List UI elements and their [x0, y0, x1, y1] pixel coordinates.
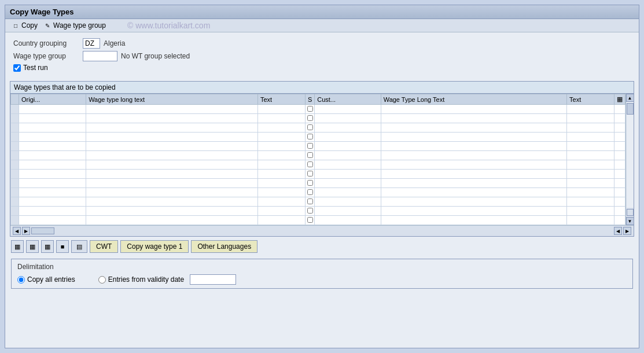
cell-s[interactable]: [305, 105, 314, 114]
test-run-checkbox[interactable]: [13, 64, 21, 72]
row-selector[interactable]: [11, 188, 19, 197]
cell-wt-long-text: [381, 179, 566, 188]
table-container: Origi... Wage type long text Text S Cust…: [10, 94, 625, 225]
validity-date-input[interactable]: [190, 274, 236, 285]
s-checkbox[interactable]: [307, 171, 313, 176]
col-text-header[interactable]: Text: [258, 94, 306, 105]
row-selector[interactable]: [11, 114, 19, 123]
nav-right-next-btn[interactable]: ▶: [623, 227, 631, 235]
cwt-label-btn[interactable]: CWT: [90, 240, 118, 253]
s-checkbox[interactable]: [307, 180, 313, 186]
s-checkbox[interactable]: [307, 189, 313, 195]
vertical-scrollbar[interactable]: ▲ ▼: [625, 94, 634, 225]
cell-icon: [614, 105, 625, 114]
cell-s[interactable]: [305, 114, 314, 123]
other-languages-btn[interactable]: Other Languages: [191, 240, 257, 253]
cell-s[interactable]: [305, 151, 314, 160]
cell-cust: [315, 142, 381, 151]
scroll-down-btn[interactable]: ▼: [626, 217, 634, 225]
s-checkbox[interactable]: [307, 198, 313, 204]
cell-long-text: [86, 197, 258, 207]
main-window: Copy Wage Types □ Copy ✎ Wage type group…: [5, 5, 639, 348]
cell-cust: [315, 105, 381, 114]
copy-toolbar-item[interactable]: □ Copy: [10, 21, 39, 30]
row-selector[interactable]: [11, 216, 19, 225]
col-s-header[interactable]: S: [305, 94, 314, 105]
col-text2-header[interactable]: Text: [567, 94, 614, 105]
cell-s[interactable]: [305, 197, 314, 207]
icon-btn-cwt-icon[interactable]: ▤: [71, 240, 87, 253]
cell-text2: [567, 151, 614, 160]
cell-icon: [614, 142, 625, 151]
cell-s[interactable]: [305, 133, 314, 142]
cell-orig: [19, 151, 86, 160]
col-icon-header[interactable]: ▦: [614, 94, 625, 105]
row-selector[interactable]: [11, 207, 19, 216]
row-selector[interactable]: [11, 105, 19, 114]
cell-s[interactable]: [305, 179, 314, 188]
cell-s[interactable]: [305, 142, 314, 151]
table-wrapper: Origi... Wage type long text Text S Cust…: [10, 94, 634, 225]
copy-all-radio[interactable]: [17, 276, 25, 284]
scroll-up-btn[interactable]: ▲: [626, 94, 634, 102]
cell-text2: [567, 207, 614, 216]
s-checkbox[interactable]: [307, 106, 313, 112]
footer-scroll-thumb[interactable]: [31, 227, 54, 234]
copy-all-label: Copy all entries: [27, 275, 75, 284]
cell-orig: [19, 216, 86, 225]
cell-orig: [19, 133, 86, 142]
wage-type-group-input[interactable]: [83, 51, 117, 61]
cell-s[interactable]: [305, 216, 314, 225]
cell-orig: [19, 197, 86, 207]
content-area: Country grouping Algeria Wage type group…: [5, 32, 639, 81]
cell-text2: [567, 197, 614, 207]
icon-btn-4[interactable]: ■: [56, 240, 69, 253]
s-checkbox[interactable]: [307, 115, 313, 121]
row-selector[interactable]: [11, 123, 19, 133]
col-orig-header[interactable]: Origi...: [19, 94, 86, 105]
col-cust-header[interactable]: Cust...: [315, 94, 381, 105]
row-selector[interactable]: [11, 170, 19, 179]
row-selector[interactable]: [11, 151, 19, 160]
cell-text: [258, 179, 306, 188]
entries-from-radio[interactable]: [98, 276, 106, 284]
row-selector[interactable]: [11, 142, 19, 151]
nav-right-prev-btn[interactable]: ◀: [614, 227, 622, 235]
wage-type-group-toolbar-item[interactable]: ✎ Wage type group: [42, 21, 108, 30]
country-code-input[interactable]: [83, 38, 100, 49]
row-selector[interactable]: [11, 160, 19, 170]
copy-wage-btn[interactable]: Copy wage type 1: [120, 240, 189, 253]
table-row: [11, 170, 625, 179]
icon-btn-1[interactable]: ▦: [11, 240, 24, 253]
s-checkbox[interactable]: [307, 208, 313, 214]
cell-icon: [614, 188, 625, 197]
cell-s[interactable]: [305, 160, 314, 170]
pencil-icon: ✎: [43, 21, 51, 30]
icon-btn-3[interactable]: ▦: [41, 240, 54, 253]
row-selector[interactable]: [11, 179, 19, 188]
cell-long-text: [86, 151, 258, 160]
icon-btn-2[interactable]: ▦: [26, 240, 39, 253]
nav-prev-btn[interactable]: ◀: [13, 227, 21, 235]
title-bar: Copy Wage Types: [5, 5, 639, 19]
row-selector[interactable]: [11, 133, 19, 142]
cell-s[interactable]: [305, 207, 314, 216]
s-checkbox[interactable]: [307, 134, 313, 139]
row-selector[interactable]: [11, 197, 19, 207]
col-wt-longtext-header[interactable]: Wage Type Long Text: [381, 94, 566, 105]
cell-s[interactable]: [305, 188, 314, 197]
cell-long-text: [86, 160, 258, 170]
s-checkbox[interactable]: [307, 161, 313, 167]
s-checkbox[interactable]: [307, 217, 313, 223]
cell-icon: [614, 160, 625, 170]
s-checkbox[interactable]: [307, 124, 313, 130]
col-longtext-header[interactable]: Wage type long text: [86, 94, 258, 105]
s-checkbox[interactable]: [307, 152, 313, 158]
cell-s[interactable]: [305, 123, 314, 133]
cell-s[interactable]: [305, 170, 314, 179]
cell-text: [258, 142, 306, 151]
nav-next-btn[interactable]: ▶: [22, 227, 30, 235]
cell-orig: [19, 114, 86, 123]
cell-orig: [19, 170, 86, 179]
s-checkbox[interactable]: [307, 143, 313, 149]
